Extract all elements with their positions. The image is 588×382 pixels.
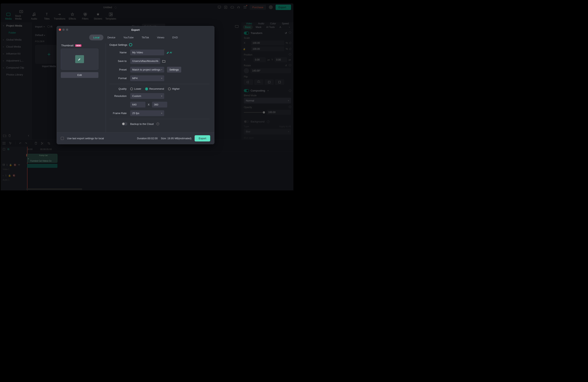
sidebar-adjustment[interactable]: ▸Adjustment L... <box>0 57 32 64</box>
edit-thumbnail-button[interactable]: Edit <box>61 72 98 78</box>
snapshot-icon[interactable] <box>235 25 239 28</box>
resolution-select[interactable]: Custom▾ <box>130 93 164 99</box>
purchase-button[interactable]: Purchase <box>250 5 266 10</box>
preset-select[interactable]: Match to project settings▾ <box>130 67 164 73</box>
keyframe-icon[interactable] <box>289 48 291 50</box>
sidebar-global-media[interactable]: ▸Global Media <box>0 36 32 43</box>
scale-y-input[interactable] <box>251 47 284 51</box>
sort-dropdown[interactable]: Default ▾ <box>35 34 45 37</box>
reset-icon[interactable]: ↺ <box>285 64 287 67</box>
nav-media[interactable]: Media <box>2 11 15 21</box>
tab-audio[interactable]: Audio <box>258 22 264 25</box>
nav-filters[interactable]: Filters <box>79 11 91 21</box>
browse-folder-icon[interactable] <box>162 60 165 62</box>
rotate-ccw-button[interactable] <box>275 79 284 85</box>
quality-lower-radio[interactable]: Lower <box>130 87 141 90</box>
maximize-icon[interactable] <box>66 29 68 31</box>
backup-cloud-toggle[interactable] <box>122 122 127 125</box>
ai-rename-icon[interactable]: AI <box>167 51 172 54</box>
nav-effects[interactable]: Effects <box>66 11 79 21</box>
eye-icon[interactable]: 👁 <box>18 164 20 166</box>
reset-icon[interactable]: ↺ <box>285 32 287 35</box>
rotate-cw-button[interactable] <box>265 79 274 85</box>
compositing-toggle[interactable] <box>244 89 249 92</box>
opacity-slider[interactable] <box>244 112 265 113</box>
saveto-input[interactable] <box>130 58 160 64</box>
keyframe-icon[interactable] <box>289 89 291 92</box>
save-icon[interactable] <box>224 5 228 9</box>
cloud-sync-icon[interactable]: ◌ <box>114 5 117 9</box>
playhead[interactable] <box>27 147 27 191</box>
name-input[interactable] <box>130 50 164 55</box>
new-folder-icon[interactable]: + <box>3 134 6 137</box>
export-button-top[interactable]: Export▾ <box>276 5 291 10</box>
lock-icon[interactable]: 🔒 <box>8 174 11 177</box>
subtab-more[interactable]: A <box>277 25 283 29</box>
preset-settings-button[interactable]: Settings <box>167 67 181 73</box>
screen-icon[interactable] <box>218 5 221 9</box>
format-select[interactable]: MP4▾ <box>130 75 164 81</box>
audio-clip[interactable] <box>27 164 57 168</box>
sidebar-cloud-media[interactable]: ▸Cloud Media <box>0 43 32 50</box>
subtab-basic[interactable]: Basic <box>243 25 253 29</box>
undo-icon[interactable]: ↶ <box>19 142 21 145</box>
tab-dvd[interactable]: DVD <box>168 35 182 40</box>
help-icon[interactable]: ? <box>156 122 159 125</box>
video-clip[interactable]: Funny Cat ▸ Funniest Cat Videos Co <box>27 154 57 163</box>
background-toggle[interactable] <box>244 120 249 123</box>
lock-icon[interactable]: 🔒 <box>243 48 245 50</box>
tab-youtube[interactable]: YouTube <box>119 35 138 40</box>
help-icon[interactable]: ? <box>267 120 270 123</box>
chevron-right-icon[interactable]: › <box>287 25 292 29</box>
close-icon[interactable] <box>59 29 61 31</box>
rotate-dial[interactable] <box>244 68 249 73</box>
background-type-select[interactable]: Blur▾ <box>244 129 291 134</box>
record-button[interactable]: R <box>47 25 52 28</box>
horizontal-scrollbar[interactable] <box>26 188 82 190</box>
rotate-input[interactable] <box>251 68 291 73</box>
pointer-icon[interactable] <box>9 142 12 145</box>
apps-icon[interactable] <box>243 5 247 9</box>
subtab-ai-tools[interactable]: AI Tools <box>264 25 277 29</box>
sidebar-influence-kit[interactable]: ▸Influence Kit <box>0 50 32 57</box>
subtab-mask[interactable]: Mask <box>253 25 263 29</box>
sidebar-photos-library[interactable]: Photos Library <box>0 71 32 78</box>
tab-video[interactable]: Video <box>246 22 252 25</box>
crop-icon[interactable] <box>47 142 50 145</box>
keyframe-icon[interactable] <box>289 31 291 34</box>
nav-titles[interactable]: TTitles <box>41 11 53 21</box>
export-confirm-button[interactable]: Export <box>195 135 210 141</box>
nav-audio[interactable]: Audio <box>28 11 40 21</box>
use-last-checkbox[interactable] <box>61 137 64 140</box>
keyframe-icon[interactable] <box>289 64 291 67</box>
nav-stickers[interactable]: Stickers <box>92 11 104 21</box>
keyframe-icon[interactable] <box>289 53 291 56</box>
sidebar-folder[interactable]: Folder <box>0 29 32 36</box>
keyframe-icon[interactable] <box>289 42 291 44</box>
flip-h-button[interactable] <box>244 79 253 85</box>
thumbnail-preview[interactable] <box>61 49 98 70</box>
tab-speed[interactable]: Speed <box>282 22 289 25</box>
transform-toggle[interactable] <box>244 32 249 35</box>
keyframe-icon[interactable] <box>289 105 291 108</box>
delete-icon[interactable] <box>35 142 37 145</box>
sidebar-project-media[interactable]: ▾Project Media <box>0 22 32 29</box>
quality-higher-radio[interactable]: Higher <box>168 87 180 90</box>
import-dropdown[interactable]: Import ▾ <box>35 25 45 28</box>
cloud-icon[interactable] <box>231 5 234 9</box>
trash-icon[interactable] <box>8 134 11 137</box>
flip-v-button[interactable] <box>254 79 263 85</box>
split-icon[interactable] <box>41 142 44 145</box>
pos-x-input[interactable] <box>253 57 266 62</box>
quality-recommend-radio[interactable]: Recommend <box>145 87 164 90</box>
tab-tiktok[interactable]: TikTok <box>138 35 153 40</box>
resolution-width-input[interactable] <box>130 102 146 108</box>
minimize-icon[interactable] <box>63 29 64 31</box>
nav-templates[interactable]: Templates <box>105 11 117 21</box>
tab-vimeo[interactable]: Vimeo <box>153 35 168 40</box>
opacity-input[interactable] <box>267 110 291 115</box>
tab-color[interactable]: Color <box>270 22 276 25</box>
nav-transitions[interactable]: Transitions <box>53 11 66 21</box>
tl-link-icon[interactable]: ⧉ <box>7 148 9 151</box>
mute-icon[interactable]: 🔇 <box>14 164 16 166</box>
